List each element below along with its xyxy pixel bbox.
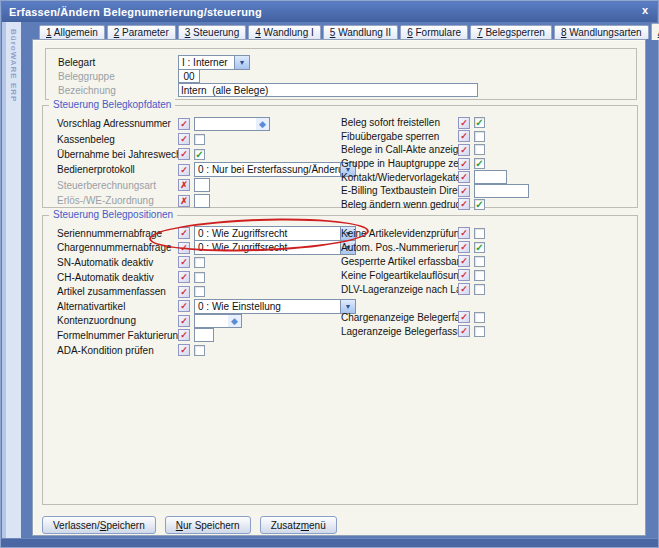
tab-8-wandlungsarten[interactable]: 8 Wandlungsarten [554,25,649,39]
flag-edit-icon[interactable]: ✓ [458,198,470,210]
field-label: E-Billing Textbaustein Direktd [341,185,458,196]
flag-edit-icon[interactable]: ✓ [178,242,190,254]
checkbox[interactable] [194,272,205,283]
checkbox[interactable] [194,134,205,145]
window-bottom-edge [1,538,658,547]
field-label: Seriennummernabfrage [57,228,178,239]
flag-edit-icon[interactable]: ✓ [178,344,190,356]
form-row: Beleg sofort freistellen✓✓ [341,116,636,130]
flag-edit-icon[interactable]: ✓ [458,130,470,142]
flag-edit-icon[interactable]: ✓ [178,118,190,130]
flag-edit-icon[interactable]: ✓ [178,133,190,145]
checkbox[interactable]: ✓ [474,117,485,128]
dropdown[interactable]: 0 : Wie Zugriffsrecht▼ [194,240,356,255]
flag-edit-icon[interactable]: ✓ [178,300,190,312]
text-field[interactable] [194,328,214,342]
checkbox[interactable] [194,286,205,297]
window-title: Erfassen/Ändern Belegnumerierung/steueru… [9,6,262,18]
button-nur-speichern[interactable]: Nur Speichern [165,516,251,534]
text-field[interactable] [194,194,210,208]
form-row: Kontenzuordnung✓◆ [57,314,387,329]
checkbox[interactable] [474,228,485,239]
bezeichnung-field[interactable]: Intern (alle Belege) [178,83,478,97]
text-field[interactable] [474,184,529,198]
field-label: Gruppe in Hauptgruppe zeigen [341,158,458,169]
flag-edit-icon[interactable]: ✓ [458,185,470,197]
dropdown[interactable]: 0 : Wie Einstellung▼ [194,299,356,314]
flag-edit-icon[interactable]: ✓ [458,241,470,253]
checkbox[interactable] [194,345,205,356]
flag-edit-icon[interactable]: ✓ [178,286,190,298]
title-bar[interactable]: Erfassen/Ändern Belegnumerierung/steueru… [2,2,657,22]
flag-edit-icon[interactable]: ✓ [458,255,470,267]
checkbox[interactable]: ✓ [474,242,485,253]
flag-edit-icon[interactable]: ✓ [458,283,470,295]
checkbox[interactable] [474,144,485,155]
dropdown[interactable]: 0 : Nur bei Ersterfassung/Änderung▼ [194,162,356,177]
button-zusatzmen[interactable]: Zusatzmenü [260,516,337,534]
tab-4-wandlung-i[interactable]: 4 Wandlung I [248,25,321,39]
flag-edit-icon[interactable]: ✓ [178,315,190,327]
flag-edit-icon[interactable]: ✓ [458,325,470,337]
flag-blocked-icon[interactable]: ✗ [178,195,190,207]
close-icon[interactable]: x [642,4,648,16]
checkbox[interactable] [474,312,485,323]
tab-3-steuerung[interactable]: 3 Steuerung [178,25,247,39]
checkbox[interactable] [474,270,485,281]
checkbox[interactable]: ✓ [194,149,205,160]
flag-edit-icon[interactable]: ✓ [178,256,190,268]
lookup-diamond-icon[interactable]: ◆ [256,118,269,130]
checkbox[interactable]: ✓ [474,158,485,169]
flag-edit-icon[interactable]: ✓ [178,271,190,283]
tab-bar: 1 Allgemein2 Parameter3 Steuerung4 Wandl… [39,24,659,40]
beleggruppe-field[interactable]: 00 [178,69,200,83]
text-field[interactable] [194,178,210,192]
flag-edit-icon[interactable]: ✓ [458,117,470,129]
checkbox[interactable] [474,256,485,267]
field-label: Kassenbeleg [57,134,178,145]
flag-edit-icon[interactable]: ✓ [178,164,190,176]
form-row: Chargenanzeige Belegerfassung✓ [341,310,636,324]
flag-edit-icon[interactable]: ✓ [178,148,190,160]
document-header-box: Belegart I : Interner ▼ Beleggruppe 00 B… [45,48,637,100]
flag-edit-icon[interactable]: ✓ [458,158,470,170]
field-label: Chargenanzeige Belegerfassung [341,312,458,323]
checkbox[interactable] [474,326,485,337]
flag-edit-icon[interactable]: ✓ [458,144,470,156]
form-row: Autom. Pos.-Nummerierung✓✓ [341,240,636,254]
field-label: Kontenzuordnung [57,315,178,326]
field-label: Chargennummernabfrage [57,242,178,253]
flag-edit-icon[interactable]: ✓ [458,227,470,239]
form-row: Chargennummernabfrage✓0 : Wie Zugriffsre… [57,241,387,256]
checkbox[interactable] [474,284,485,295]
flag-edit-icon[interactable]: ✓ [178,227,190,239]
flag-edit-icon[interactable]: ✓ [178,329,190,341]
checkbox[interactable]: ✓ [474,199,485,210]
lookup-field[interactable]: ◆ [194,117,270,131]
lookup-field[interactable]: ◆ [194,314,242,328]
form-row: Beleggruppe 00 [58,69,636,83]
tab-1-allgemein[interactable]: 1 Allgemein [39,25,105,39]
dropdown[interactable]: 0 : Wie Zugriffsrecht▼ [194,226,356,241]
chevron-down-icon[interactable]: ▼ [234,56,249,69]
text-field[interactable] [474,170,507,184]
tab-6-formulare[interactable]: 6 Formulare [400,25,468,39]
form-row: Bezeichnung Intern (alle Belege) [58,83,636,97]
column-right: Beleg sofort freistellen✓✓Fibuübergabe s… [341,116,636,211]
tab-5-wandlung-ii[interactable]: 5 Wandlung II [323,25,398,39]
tab-2-parameter[interactable]: 2 Parameter [107,25,176,39]
flag-blocked-icon[interactable]: ✗ [178,179,190,191]
checkbox[interactable] [194,257,205,268]
tab-7-belegsperren[interactable]: 7 Belegsperren [470,25,552,39]
belegart-dropdown[interactable]: I : Interner ▼ [178,55,250,70]
field-label: Keine Artikelevidenzprüfung [341,228,458,239]
form-row: Erlös-/WE-Zuordnung✗ [57,193,387,208]
flag-edit-icon[interactable]: ✓ [458,311,470,323]
field-label: CH-Automatik deaktiv [57,272,178,283]
lookup-diamond-icon[interactable]: ◆ [228,315,241,327]
tab-a-sonstige[interactable]: A Sonstige [651,23,659,40]
checkbox[interactable] [474,131,485,142]
button-verlassen-speichern[interactable]: Verlassen/Speichern [42,516,156,534]
flag-edit-icon[interactable]: ✓ [458,171,470,183]
flag-edit-icon[interactable]: ✓ [458,269,470,281]
